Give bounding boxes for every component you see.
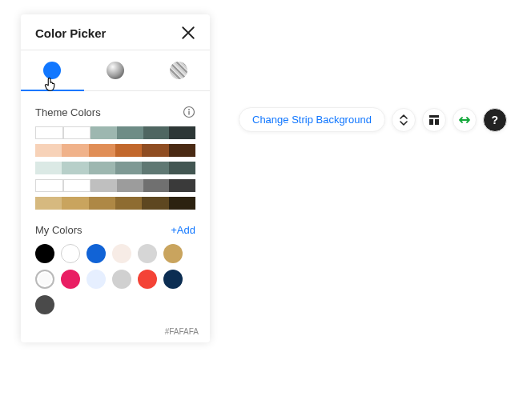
svg-rect-2 <box>188 111 189 115</box>
theme-swatch[interactable] <box>115 197 142 210</box>
theme-swatch[interactable] <box>63 179 91 192</box>
theme-swatch[interactable] <box>89 162 115 174</box>
change-strip-background-button[interactable]: Change Strip Background <box>239 107 385 132</box>
theme-swatch[interactable] <box>91 126 117 139</box>
close-icon[interactable] <box>181 26 195 40</box>
theme-swatch[interactable] <box>142 197 168 210</box>
theme-swatch[interactable] <box>35 126 63 139</box>
svg-rect-3 <box>429 115 439 118</box>
theme-swatch[interactable] <box>62 197 88 210</box>
theme-swatch[interactable] <box>35 197 62 210</box>
layout-button[interactable] <box>422 108 446 132</box>
theme-swatch[interactable] <box>142 144 168 157</box>
theme-color-row <box>35 179 195 192</box>
theme-colors-header: Theme Colors <box>35 106 195 118</box>
theme-swatch[interactable] <box>89 144 115 157</box>
theme-swatch[interactable] <box>169 162 195 174</box>
stretch-button[interactable] <box>453 108 477 132</box>
hex-value: #FAFAFA <box>21 324 210 342</box>
my-colors-label: My Colors <box>35 224 82 236</box>
tab-gradient[interactable] <box>84 62 147 90</box>
theme-swatch[interactable] <box>142 162 168 174</box>
panel-title: Color Picker <box>35 26 181 40</box>
theme-swatch[interactable] <box>169 126 195 139</box>
theme-swatch[interactable] <box>115 162 142 174</box>
solid-color-icon <box>43 62 61 79</box>
theme-swatch[interactable] <box>143 179 170 192</box>
scroll-settings-button[interactable] <box>392 108 416 132</box>
svg-rect-4 <box>429 119 433 125</box>
panel-body: Theme Colors My Colors +Add <box>21 91 210 324</box>
my-color-swatch[interactable] <box>138 244 157 263</box>
my-color-swatch[interactable] <box>112 270 131 289</box>
theme-swatch[interactable] <box>62 144 88 157</box>
theme-color-row <box>35 126 195 139</box>
my-color-swatch[interactable] <box>163 270 183 289</box>
theme-swatch[interactable] <box>169 144 195 157</box>
theme-swatch[interactable] <box>91 179 117 192</box>
layout-icon <box>428 114 441 126</box>
my-color-swatch[interactable] <box>61 270 80 289</box>
my-color-swatch[interactable] <box>61 244 80 263</box>
theme-swatch[interactable] <box>35 179 63 192</box>
theme-color-row <box>35 197 195 210</box>
my-color-swatch[interactable] <box>35 244 54 263</box>
my-color-swatch[interactable] <box>86 270 106 289</box>
theme-swatch[interactable] <box>89 197 115 210</box>
theme-color-rows <box>35 126 195 210</box>
my-color-swatch[interactable] <box>138 270 157 289</box>
theme-swatch[interactable] <box>35 144 62 157</box>
theme-swatch[interactable] <box>35 162 62 174</box>
theme-swatch[interactable] <box>169 197 195 210</box>
color-mode-tabs <box>21 50 210 91</box>
gradient-icon <box>107 62 124 79</box>
theme-color-row <box>35 162 195 174</box>
my-colors-grid <box>35 244 195 314</box>
my-color-swatch[interactable] <box>163 244 183 263</box>
my-color-swatch[interactable] <box>35 295 54 314</box>
theme-swatch[interactable] <box>62 162 88 174</box>
active-tab-indicator <box>21 90 84 91</box>
stretch-icon <box>458 114 471 126</box>
theme-color-row <box>35 144 195 157</box>
strip-toolbar: Change Strip Background ? <box>239 107 507 132</box>
add-color-link[interactable]: +Add <box>171 224 195 236</box>
my-color-swatch[interactable] <box>86 244 106 263</box>
svg-rect-5 <box>435 119 439 125</box>
theme-swatch[interactable] <box>169 179 195 192</box>
color-picker-panel: Color Picker Theme Colors My Colors +Add… <box>21 14 210 342</box>
panel-header: Color Picker <box>21 14 210 50</box>
theme-swatch[interactable] <box>117 179 143 192</box>
tab-image[interactable] <box>147 62 210 90</box>
info-icon[interactable] <box>183 106 195 118</box>
double-chevron-icon <box>397 114 410 126</box>
my-color-swatch[interactable] <box>112 244 131 263</box>
my-color-swatch[interactable] <box>35 270 54 289</box>
theme-swatch[interactable] <box>115 144 142 157</box>
theme-swatch[interactable] <box>63 126 91 139</box>
my-colors-header: My Colors +Add <box>35 224 195 236</box>
tab-solid-color[interactable] <box>21 62 84 90</box>
theme-swatch[interactable] <box>117 126 143 139</box>
theme-colors-label: Theme Colors <box>35 106 101 118</box>
help-button[interactable]: ? <box>483 108 507 132</box>
image-fill-icon <box>170 62 187 79</box>
svg-point-1 <box>188 109 190 110</box>
theme-swatch[interactable] <box>143 126 170 139</box>
